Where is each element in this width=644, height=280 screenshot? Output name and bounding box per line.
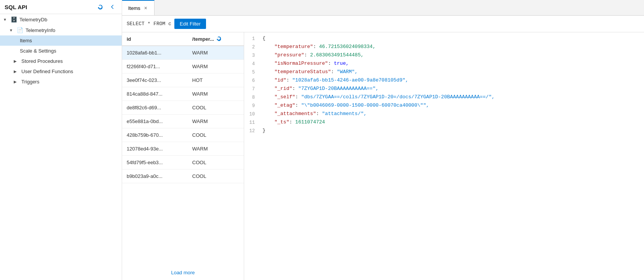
- table-row[interactable]: 1028afa6-bb1... WARM: [122, 46, 244, 60]
- scale-settings-label: Scale & Settings: [20, 48, 56, 54]
- json-line: 6 "id": "1028afa6-bb15-4246-ae00-9a8e708…: [244, 77, 644, 86]
- table-body: 1028afa6-bb1... WARM f2266f40-d71... WAR…: [122, 46, 244, 265]
- table-row[interactable]: 3ee0f74c-023... HOT: [122, 74, 244, 87]
- line-content: }: [259, 128, 644, 133]
- json-line: 9 "_etag": "\"b0046069-0000-1500-0000-60…: [244, 102, 644, 111]
- cell-id: e55e881a-0bd...: [122, 115, 188, 127]
- line-content: "temperature": 46.721536024098334,: [259, 44, 644, 50]
- cell-temp: WARM: [188, 47, 244, 59]
- edit-filter-button[interactable]: Edit Filter: [174, 19, 206, 29]
- line-number: 10: [244, 111, 259, 117]
- line-content: {: [259, 35, 644, 41]
- tab-bar: Items ×: [122, 0, 644, 16]
- db-icon: 🗄️: [11, 16, 17, 22]
- cell-temp: COOL: [188, 102, 244, 114]
- line-content: "id": "1028afa6-bb15-4246-ae00-9a8e70810…: [259, 77, 644, 83]
- line-number: 7: [244, 86, 259, 92]
- line-content: "_attachments": "attachments/",: [259, 111, 644, 117]
- cell-temp: COOL: [188, 129, 244, 141]
- line-number: 3: [244, 52, 259, 58]
- chevron-down-icon: ▼: [3, 18, 9, 22]
- json-line: 8 "_self": "dbs/7ZYGAA==/colls/7ZYGAP1D-…: [244, 94, 644, 102]
- json-panel: 1{2 "temperature": 46.721536024098334,3 …: [244, 32, 644, 280]
- cell-id: 814ca88d-847...: [122, 88, 188, 100]
- table-row[interactable]: b9b023a9-a0c... COOL: [122, 170, 244, 183]
- cell-temp: HOT: [188, 74, 244, 86]
- line-content: "_etag": "\"b0046069-0000-1500-0000-6007…: [259, 102, 644, 108]
- sidebar-item-triggers[interactable]: ▶ Triggers: [0, 77, 122, 87]
- json-line: 12}: [244, 128, 644, 136]
- app-title: SQL API: [5, 4, 27, 10]
- col-refresh-icon[interactable]: [216, 36, 222, 42]
- line-number: 4: [244, 61, 259, 67]
- back-button[interactable]: [108, 3, 117, 11]
- table-row[interactable]: 428b759b-670... COOL: [122, 128, 244, 142]
- cell-temp: WARM: [188, 61, 244, 72]
- sidebar-icon-group: [96, 3, 117, 11]
- tab-items[interactable]: Items ×: [122, 0, 155, 15]
- table-row[interactable]: f2266f40-d71... WARM: [122, 60, 244, 74]
- table-row[interactable]: e55e881a-0bd... WARM: [122, 115, 244, 128]
- line-content: "_ts": 1611074724: [259, 119, 644, 125]
- db-label: TelemetryDb: [19, 17, 47, 22]
- json-line: 3 "pressure": 2.683063491544485,: [244, 52, 644, 61]
- col-header-temp-label: /temper...: [192, 36, 214, 42]
- json-line: 4 "isNormalPressure": true,: [244, 61, 644, 69]
- json-line: 2 "temperature": 46.721536024098334,: [244, 44, 644, 52]
- collection-icon: 📄: [17, 27, 23, 33]
- cell-id: b9b023a9-a0c...: [122, 170, 188, 182]
- line-number: 8: [244, 94, 259, 100]
- cell-id: 3ee0f74c-023...: [122, 74, 188, 86]
- line-number: 2: [244, 44, 259, 50]
- line-number: 1: [244, 35, 259, 42]
- udf-label: User Defined Functions: [21, 69, 73, 74]
- table-row[interactable]: 54fd79f5-eeb3... COOL: [122, 156, 244, 170]
- table-row[interactable]: de8f82c6-d69... COOL: [122, 101, 244, 115]
- line-number: 12: [244, 128, 259, 134]
- cell-temp: WARM: [188, 88, 244, 100]
- line-content: "temperatureStatus": "WARM",: [259, 69, 644, 75]
- sidebar-item-stored-procedures[interactable]: ▶ Stored Procedures: [0, 56, 122, 66]
- json-line: 10 "_attachments": "attachments/",: [244, 111, 644, 119]
- chevron-right-icon: ▶: [14, 80, 20, 84]
- sidebar-item-db[interactable]: ▼ 🗄️ TelemetryDb: [0, 14, 122, 25]
- table-panel: id /temper... 1028afa6-bb1... WARM f2266…: [122, 32, 244, 280]
- json-line: 1{: [244, 35, 644, 44]
- load-more-button[interactable]: Load more: [122, 265, 244, 280]
- col-header-temp: /temper...: [188, 33, 244, 45]
- cell-id: 428b759b-670...: [122, 129, 188, 141]
- chevron-right-icon: ▶: [14, 59, 20, 63]
- chevron-right-icon: ▶: [14, 69, 20, 74]
- sidebar-item-collection[interactable]: ▼ 📄 TelemetryInfo: [0, 25, 122, 35]
- sidebar-item-scale-settings[interactable]: Scale & Settings: [0, 46, 122, 56]
- table-row[interactable]: 12078ed4-93e... WARM: [122, 142, 244, 156]
- refresh-button[interactable]: [96, 3, 105, 11]
- json-line: 11 "_ts": 1611074724: [244, 119, 644, 128]
- tab-items-label: Items: [128, 5, 140, 11]
- cell-id: de8f82c6-d69...: [122, 102, 188, 114]
- table-header: id /temper...: [122, 32, 244, 46]
- main-content: Items × SELECT * FROM c Edit Filter id /…: [122, 0, 644, 280]
- table-row[interactable]: 814ca88d-847... WARM: [122, 87, 244, 101]
- cell-temp: COOL: [188, 170, 244, 182]
- cell-id: f2266f40-d71...: [122, 61, 188, 72]
- line-content: "isNormalPressure": true,: [259, 61, 644, 66]
- line-number: 9: [244, 102, 259, 109]
- cell-temp: WARM: [188, 143, 244, 155]
- json-line: 5 "temperatureStatus": "WARM",: [244, 69, 644, 77]
- collection-label: TelemetryInfo: [26, 27, 55, 33]
- cell-temp: COOL: [188, 157, 244, 168]
- line-content: "pressure": 2.683063491544485,: [259, 52, 644, 58]
- line-number: 6: [244, 77, 259, 83]
- triggers-label: Triggers: [21, 79, 39, 85]
- chevron-down-icon: ▼: [9, 28, 15, 32]
- line-content: "_self": "dbs/7ZYGAA==/colls/7ZYGAP1D-20…: [259, 94, 644, 100]
- sidebar-item-items[interactable]: Items: [0, 35, 122, 46]
- tab-close-button[interactable]: ×: [143, 5, 148, 11]
- sidebar-item-udf[interactable]: ▶ User Defined Functions: [0, 66, 122, 77]
- col-header-id: id: [122, 33, 188, 45]
- cell-id: 54fd79f5-eeb3...: [122, 157, 188, 168]
- line-content: "_rid": "7ZYGAP1D-20BAAAAAAAAAA==",: [259, 86, 644, 91]
- json-line: 7 "_rid": "7ZYGAP1D-20BAAAAAAAAAA==",: [244, 86, 644, 94]
- stored-procedures-label: Stored Procedures: [21, 58, 63, 64]
